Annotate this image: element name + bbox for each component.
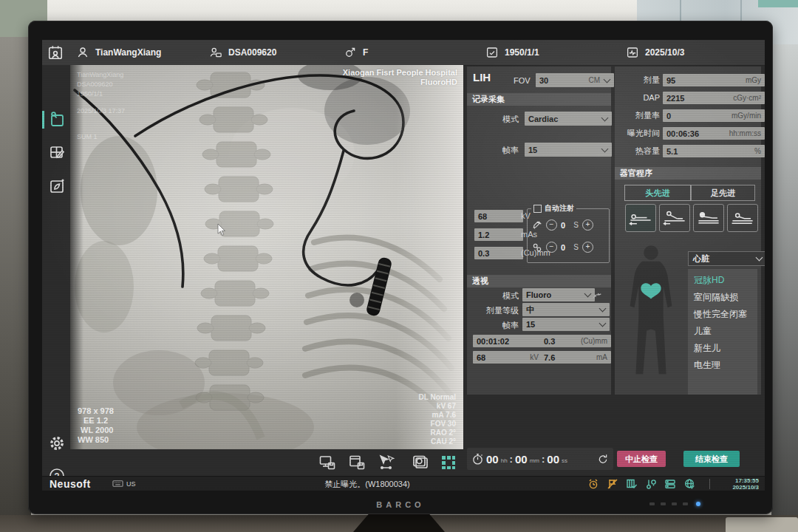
- gender-group: F: [344, 40, 368, 65]
- tab-feet-first[interactable]: 足先进: [691, 185, 755, 201]
- save-image-icon[interactable]: [348, 454, 366, 471]
- body-map[interactable]: [618, 241, 683, 389]
- sidebar-item-annotation-edit[interactable]: [48, 143, 66, 161]
- patient-icon: [76, 46, 89, 59]
- fluoro-mode-select[interactable]: Fluoro: [522, 288, 595, 301]
- program-item[interactable]: 冠脉HD: [688, 272, 757, 289]
- tab-head-first[interactable]: 头先进: [624, 185, 691, 201]
- gender-value: F: [363, 47, 368, 58]
- sidebar-item-image-review[interactable]: [48, 111, 66, 129]
- record-mode-select[interactable]: Cardiac: [525, 112, 612, 126]
- tray-separator: [709, 479, 710, 489]
- room-shelf: [758, 0, 798, 7]
- storage-icon[interactable]: [664, 478, 676, 490]
- stopwatch-icon: [471, 453, 484, 466]
- worklist-icon: [47, 44, 64, 61]
- image-overlay-top-left: TianWangXiang DSA009620 1950/1/1 2025/10…: [77, 70, 125, 142]
- inject-delay-value: 0: [561, 221, 565, 230]
- screen: TianWangXiang DSA009620 F 1950/1/1 2025/…: [42, 40, 765, 491]
- plus-stepper-button[interactable]: +: [582, 242, 593, 253]
- worklist-icon[interactable]: [47, 40, 64, 65]
- image-toolbar: [70, 449, 463, 476]
- timer-reset-icon[interactable]: [597, 453, 609, 465]
- heat-capacity-value: 5.1%: [663, 145, 765, 157]
- neusoft-logo: Neusoft: [50, 477, 91, 491]
- image-mode: FluoroHD: [343, 78, 457, 87]
- position-recline-left-button[interactable]: [659, 204, 690, 232]
- fluoro-dose-select[interactable]: 中: [522, 303, 610, 316]
- worklist-check-icon[interactable]: [626, 478, 638, 490]
- temperature-icon[interactable]: [645, 478, 657, 490]
- program-item[interactable]: 电生理: [688, 357, 757, 374]
- fluoro-fps-select[interactable]: 15: [522, 318, 610, 331]
- image-overlay-bottom-left: 978 x 978 EE 1.2 WL 2000 WW 850: [78, 406, 114, 445]
- contrast-injector-icon: [532, 220, 542, 231]
- timer-hours: 00: [486, 453, 499, 466]
- chevron-down-icon: [756, 254, 763, 262]
- patient-id-group: DSA009620: [209, 40, 276, 65]
- program-item[interactable]: 慢性完全闭塞: [688, 306, 757, 323]
- room-wall-right: [771, 44, 798, 532]
- dose-value: 95mGy: [663, 74, 765, 86]
- dap-label: DAP: [617, 91, 660, 104]
- program-item[interactable]: 室间隔缺损: [688, 289, 757, 306]
- bezel-button[interactable]: [672, 502, 677, 505]
- collimator-grid-icon[interactable]: [440, 454, 457, 471]
- record-mode-label: 模式: [474, 112, 519, 126]
- bezel-button[interactable]: [649, 502, 655, 505]
- fluoroscopy-image[interactable]: TianWangXiang DSA009620 1950/1/1 2025/10…: [70, 65, 463, 449]
- alarm-warning-icon[interactable]: [587, 478, 599, 490]
- minus-stepper-button[interactable]: −: [546, 242, 557, 253]
- settings-gear-icon[interactable]: [48, 434, 66, 452]
- organ-program-header: 器官程序: [615, 167, 761, 180]
- organ-select[interactable]: 心脏: [688, 251, 765, 266]
- status-bar: Neusoft US 禁止曝光。(W1800034) 17:35:55 2025…: [42, 476, 765, 491]
- auto-inject-group: 自动注射 − 0 S + − 0 S +: [527, 208, 610, 263]
- fov-select[interactable]: 30 CM: [536, 73, 614, 87]
- network-check-icon[interactable]: [683, 478, 695, 490]
- fluoro-time-value: 00:01:02: [473, 335, 542, 347]
- dose-rate-label: 剂量率: [617, 109, 660, 122]
- bezel-button[interactable]: [661, 502, 666, 505]
- flag-off-icon[interactable]: [607, 478, 618, 490]
- export-monitor-icon[interactable]: [318, 454, 336, 471]
- plus-stepper-button[interactable]: +: [582, 219, 593, 231]
- finish-exam-button[interactable]: 结束检查: [683, 451, 740, 467]
- birth-date-group: 1950/1/1: [485, 40, 539, 65]
- chevron-down-icon: [604, 75, 611, 83]
- chevron-down-icon: [599, 320, 607, 327]
- chevron-down-icon: [601, 145, 609, 152]
- birth-date: 1950/1/1: [505, 47, 539, 58]
- keyboard-layout[interactable]: US: [126, 477, 136, 491]
- bezel-button[interactable]: [683, 502, 688, 505]
- gender-icon: [344, 46, 357, 59]
- program-item[interactable]: 新生儿: [688, 340, 757, 357]
- position-supine-button[interactable]: [625, 204, 656, 232]
- desk-item: [726, 517, 798, 532]
- position-headup-button[interactable]: [693, 204, 724, 232]
- tray-time: 17:35:55: [713, 477, 759, 484]
- dap-value: 2215cGy·cm²: [663, 92, 765, 104]
- fluoro-section-header: 透视: [467, 275, 611, 287]
- program-list: 冠脉HD 室间隔缺损 慢性完全闭塞 儿童 新生儿 电生理: [688, 269, 757, 395]
- fluoro-pedal-icon: [591, 289, 603, 301]
- program-item[interactable]: 儿童: [688, 323, 757, 340]
- position-recline-right-button[interactable]: [727, 204, 758, 232]
- image-overlay-bottom-right: DL Normal kV 67 mA 7.6 FOV 30 RAO 2° CAU…: [419, 393, 456, 446]
- abort-exam-button[interactable]: 中止检查: [617, 451, 666, 467]
- system-message: 禁止曝光。(W1800034): [279, 477, 456, 491]
- top-bar: TianWangXiang DSA009620 F 1950/1/1 2025/…: [42, 40, 765, 66]
- inject-delay-unit: S: [573, 221, 579, 229]
- measure-pointer-icon[interactable]: [378, 454, 395, 471]
- record-fps-select[interactable]: 15: [525, 143, 612, 157]
- monitor: BARCO TianWangXiang DSA009620: [28, 21, 773, 514]
- record-mas-value: 1.2: [474, 228, 523, 241]
- photo-of-monitor: BARCO TianWangXiang DSA009620: [0, 0, 798, 532]
- sidebar-item-post-processing[interactable]: [48, 177, 66, 195]
- timer-seconds: 00: [547, 453, 559, 466]
- minus-stepper-button[interactable]: −: [546, 219, 557, 231]
- dose-rate-value: 0mGy/min: [663, 109, 765, 122]
- snapshot-camera-icon[interactable]: [412, 454, 429, 471]
- auto-inject-checkbox[interactable]: [533, 205, 542, 213]
- active-indicator: [42, 111, 44, 129]
